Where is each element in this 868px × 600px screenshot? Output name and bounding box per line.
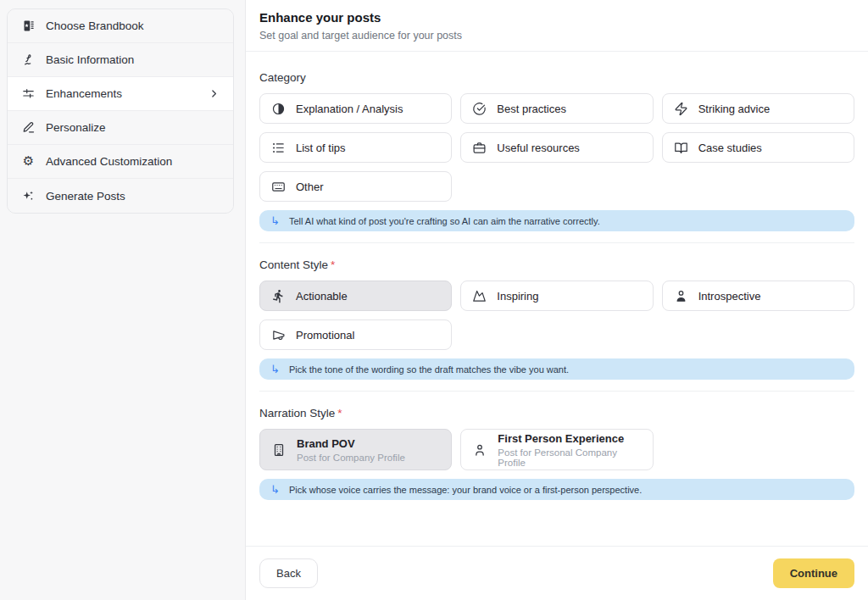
brandbook-icon [21, 19, 36, 33]
building-icon [271, 442, 287, 458]
narration-style-hint: ↳ Pick whose voice carries the message: … [259, 479, 854, 500]
sidebar-item-label: Choose Brandbook [46, 19, 144, 32]
content-style-option-actionable[interactable]: Actionable [259, 281, 452, 311]
sidebar-item-generate-posts[interactable]: Generate Posts [8, 179, 233, 213]
category-option-other[interactable]: Other [259, 171, 452, 202]
sliders-icon [21, 86, 36, 101]
sidebar-item-personalize[interactable]: Personalize [8, 111, 233, 145]
content-style-option-promotional[interactable]: Promotional [259, 319, 452, 350]
sparkles-icon [21, 189, 36, 203]
category-hint: ↳ Tell AI what kind of post you're craft… [259, 210, 854, 231]
narration-option-title: First Person Experience [498, 432, 641, 445]
chevron-right-icon [209, 88, 220, 99]
narration-style-options: Brand POV Post for Company Profile First… [259, 429, 854, 470]
zap-icon [674, 102, 688, 116]
continue-button[interactable]: Continue [773, 558, 854, 588]
category-option-case-studies[interactable]: Case studies [662, 132, 854, 163]
category-option-list-of-tips[interactable]: List of tips [259, 132, 452, 163]
megaphone-icon [271, 328, 286, 342]
contrast-icon [271, 102, 286, 116]
required-asterisk: * [331, 258, 335, 271]
main-panel: Enhance your posts Set goal and target a… [246, 0, 868, 600]
gear-icon: ⚙ [21, 154, 36, 169]
required-asterisk: * [337, 407, 342, 419]
sidebar: Choose Brandbook Basic Information [0, 0, 246, 600]
content-style-option-inspiring[interactable]: Inspiring [460, 281, 653, 311]
sidebar-item-label: Personalize [46, 121, 106, 134]
back-button[interactable]: Back [259, 558, 318, 588]
hint-text: Tell AI what kind of post you're craftin… [289, 216, 600, 226]
runner-icon [271, 289, 286, 303]
narration-option-brand-pov[interactable]: Brand POV Post for Company Profile [259, 429, 452, 470]
category-option-best-practices[interactable]: Best practices [460, 93, 653, 124]
list-icon [271, 141, 286, 155]
check-circle-icon [472, 102, 487, 116]
category-section-label: Category [259, 71, 854, 84]
content-style-section-label: Content Style* [259, 258, 854, 271]
sidebar-item-label: Advanced Customization [46, 155, 172, 168]
hint-text: Pick whose voice carries the message: yo… [289, 485, 642, 495]
sidebar-item-label: Generate Posts [46, 190, 125, 203]
page-title: Enhance your posts [259, 10, 854, 25]
main-header: Enhance your posts Set goal and target a… [246, 0, 868, 52]
category-option-useful-resources[interactable]: Useful resources [460, 132, 653, 163]
return-arrow-icon: ↳ [270, 364, 280, 375]
narration-option-title: Brand POV [297, 437, 405, 450]
user-icon [472, 442, 487, 458]
category-options: Explanation / Analysis Best practices [259, 93, 854, 202]
content-style-options: Actionable Inspiring [259, 281, 854, 350]
sidebar-item-enhancements[interactable]: Enhancements [8, 77, 233, 111]
category-option-striking-advice[interactable]: Striking advice [662, 93, 854, 124]
sidebar-item-basic-information[interactable]: Basic Information [8, 43, 233, 77]
book-open-icon [674, 141, 688, 155]
narration-option-subtitle: Post for Company Profile [297, 453, 405, 463]
category-option-explanation-analysis[interactable]: Explanation / Analysis [259, 93, 452, 124]
form-footer: Back Continue [246, 546, 868, 600]
narration-option-first-person-experience[interactable]: First Person Experience Post for Persona… [460, 429, 653, 470]
sidebar-steps-card: Choose Brandbook Basic Information [7, 8, 234, 214]
section-divider [259, 391, 854, 392]
narration-style-section-label: Narration Style* [259, 407, 854, 419]
keyboard-icon [271, 180, 286, 194]
hint-text: Pick the tone of the wording so the draf… [289, 364, 569, 375]
page-subtitle: Set goal and target audience for your po… [259, 30, 854, 42]
return-arrow-icon: ↳ [270, 484, 280, 495]
return-arrow-icon: ↳ [270, 215, 280, 226]
sidebar-item-label: Basic Information [46, 53, 134, 66]
sidebar-item-choose-brandbook[interactable]: Choose Brandbook [8, 9, 233, 43]
mountain-icon [472, 289, 487, 303]
sidebar-item-advanced-customization[interactable]: ⚙ Advanced Customization [8, 145, 233, 179]
sidebar-item-label: Enhancements [46, 87, 122, 100]
pencil-icon [21, 120, 36, 135]
form-content: Category Explanation / Analysis [246, 52, 868, 546]
narration-option-subtitle: Post for Personal Company Profile [498, 447, 641, 468]
person-icon [674, 289, 688, 303]
content-style-hint: ↳ Pick the tone of the wording so the dr… [259, 358, 854, 380]
briefcase-icon [472, 141, 487, 155]
app-window: Choose Brandbook Basic Information [0, 0, 868, 600]
content-style-option-introspective[interactable]: Introspective [662, 281, 854, 311]
section-divider [259, 242, 854, 243]
signature-icon [21, 53, 36, 67]
